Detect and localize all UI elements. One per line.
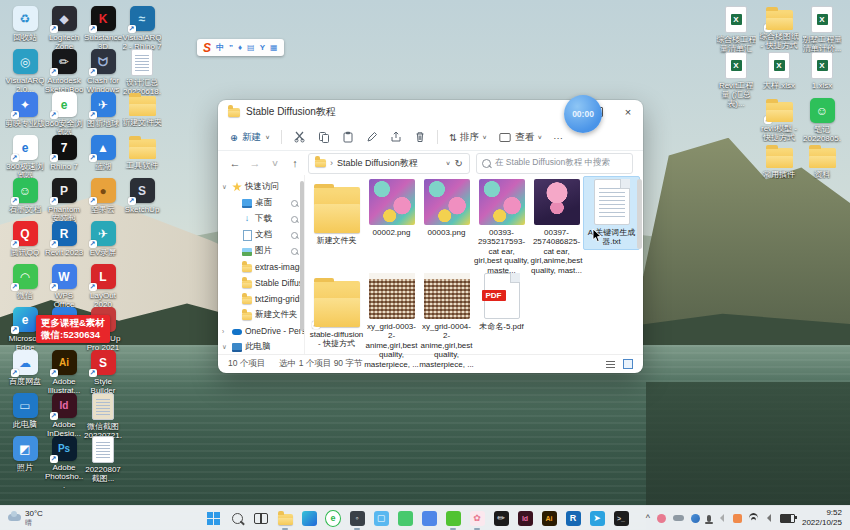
new-button[interactable]: ⊕ 新建 ∨ — [230, 131, 270, 144]
wifi-icon[interactable] — [749, 513, 758, 524]
filelist-scrollbar[interactable] — [637, 179, 642, 249]
file-item[interactable]: 新建文件夹 — [309, 179, 364, 245]
sidebar-item[interactable]: ∨快速访问 — [218, 179, 304, 195]
desktop-icon[interactable]: ☁↗百度网盘 — [5, 350, 45, 386]
volume-icon[interactable] — [763, 514, 771, 522]
desktop-icon[interactable]: ◎VisualARQ 2.0... — [5, 49, 45, 94]
view-button[interactable]: 查看 ∨ — [498, 131, 542, 144]
desktop-icon[interactable]: P↗Phantom 安装包 — [44, 178, 84, 223]
taskbar-icon-ev-capture[interactable]: ◦ — [349, 510, 365, 526]
file-item[interactable]: ↗stable-diffusion - 快捷方式 — [309, 273, 364, 349]
toolbox-icon[interactable]: Y — [260, 43, 265, 52]
desktop-icon[interactable]: ✈↗图新地球 — [83, 92, 123, 128]
punctuation-icon[interactable]: ” — [229, 43, 233, 52]
taskbar-icon-edge[interactable] — [301, 510, 317, 526]
taskbar-icon-sketchbook[interactable]: ✏ — [493, 510, 509, 526]
back-button[interactable]: ← — [228, 157, 242, 169]
recording-timer-ball[interactable]: 00:00 — [564, 95, 602, 133]
copy-icon[interactable] — [317, 131, 330, 144]
expander-icon[interactable]: ∨ — [222, 183, 229, 191]
file-item[interactable]: 00003.png — [419, 179, 474, 237]
breadcrumb-path[interactable]: Stable Diffusion教程 — [337, 157, 418, 170]
desktop-icon[interactable]: ✦↗剪映专业版 — [5, 92, 45, 128]
taskbar-icon-app-molecule[interactable]: ✿ — [469, 510, 485, 526]
file-item[interactable]: 00397-2574086825-cat ear, girl,anime,bes… — [529, 179, 584, 275]
clock[interactable]: 9:52 2022/10/25 — [802, 508, 842, 528]
taskbar-icon-store[interactable]: ▢ — [373, 510, 389, 526]
address-dropdown-icon[interactable]: ∨ — [445, 160, 450, 166]
desktop-icon[interactable]: Id↗Adobe InDesig... — [44, 393, 84, 438]
close-button[interactable]: × — [613, 100, 643, 124]
sidebar-item[interactable]: extras-images — [218, 259, 304, 275]
desktop-icon[interactable]: ≈↗VisualARQ 2 - Rhino 7 — [122, 6, 162, 51]
cut-icon[interactable] — [293, 131, 306, 144]
desktop-icon[interactable]: e↗360极速浏览器 — [5, 135, 45, 180]
sogou-input-toolbar[interactable]: S 中 ” ♦ ▤ Y ▦ — [197, 39, 284, 56]
paste-icon[interactable] — [341, 131, 354, 144]
sidebar-item[interactable]: 图片 — [218, 243, 304, 259]
sort-button[interactable]: ⇅ 排序 ∨ — [449, 131, 487, 144]
breadcrumb[interactable]: › Stable Diffusion教程 ∨ ↻ — [308, 153, 470, 174]
desktop-icon[interactable]: ᗢ↗Clash for Windows — [83, 49, 123, 94]
desktop-icon[interactable]: ◩照片 — [5, 436, 45, 472]
taskbar-icon-app-blue[interactable] — [421, 510, 437, 526]
desktop-icon[interactable]: R↗Revit 2023 — [44, 221, 84, 257]
file-item[interactable]: PDF未命名-5.pdf — [474, 273, 529, 331]
search-input[interactable]: 在 Stable Diffusion教程 中搜索 — [476, 153, 633, 174]
taskbar-icon-telegram[interactable]: ➤ — [589, 510, 605, 526]
desktop-icon[interactable]: XRevit工程量 (汇总表)... — [716, 52, 756, 109]
desktop-icon[interactable]: e↗360安全浏览器 — [44, 92, 84, 137]
desktop-icon[interactable]: 新建文件夹 — [122, 92, 162, 127]
forward-button[interactable]: → — [248, 157, 262, 169]
sidebar-item[interactable]: ›OneDrive - Pers — [218, 323, 304, 339]
battery-icon[interactable] — [780, 514, 795, 523]
file-item[interactable]: xy_grid-0003-2-anime,girl,best quality, … — [364, 273, 419, 369]
desktop-icon[interactable]: ◠↗微信 — [5, 264, 45, 300]
tray-app-orange-icon[interactable] — [733, 514, 742, 523]
tray-onedrive-icon[interactable] — [673, 515, 684, 521]
desktop-icon[interactable]: ◆↗Logitech Zone — [44, 6, 84, 51]
widgets-weather-button[interactable]: 30°C 晴 — [0, 510, 51, 526]
file-item[interactable]: xy_grid-0004-2-anime,girl,best quality, … — [419, 273, 474, 369]
sidebar-item[interactable]: 文档 — [218, 227, 304, 243]
taskbar-icon-indesign[interactable]: Id — [517, 510, 533, 526]
keyboard-icon[interactable]: ▤ — [247, 43, 255, 52]
sidebar-item[interactable]: txt2img-grids — [218, 291, 304, 307]
up-button[interactable]: ↑ — [288, 157, 302, 169]
desktop-icon[interactable]: 工具软件 — [122, 135, 162, 170]
file-item[interactable]: 00393-2935217593-cat ear, girl,best qual… — [474, 179, 529, 275]
desktop-icon[interactable]: 资料 — [802, 144, 842, 179]
sogou-logo-icon[interactable]: S — [203, 41, 211, 55]
file-item[interactable]: 00002.png — [364, 179, 419, 237]
desktop-icon[interactable]: S↗SketchUp — [122, 178, 162, 214]
sidebar-item[interactable]: ↓下载 — [218, 211, 304, 227]
recent-locations-button[interactable]: ∨ — [268, 158, 282, 168]
more-button[interactable]: ··· — [553, 132, 563, 143]
rename-icon[interactable] — [365, 131, 378, 144]
delete-icon[interactable] — [413, 131, 426, 144]
details-view-toggle[interactable] — [605, 359, 616, 370]
sidebar-item[interactable]: 新建文件夹 — [218, 307, 304, 323]
taskbar-icon-terminal[interactable]: >_ — [613, 510, 629, 526]
desktop-icon[interactable]: 7↗Rhino 7 — [44, 135, 84, 171]
desktop-icon[interactable]: 常用插件 — [759, 144, 799, 179]
desktop-icon[interactable]: ↗revit模型 - 快捷方式 — [759, 98, 799, 142]
desktop-icon[interactable]: ▭此电脑 — [5, 393, 45, 429]
desktop-icon[interactable]: Q↗腾讯QQ — [5, 221, 45, 257]
taskbar-icon-browser-360[interactable]: e — [325, 510, 341, 526]
taskbar-icon-search[interactable] — [229, 510, 245, 526]
desktop-icon[interactable]: 20220807截图... — [83, 436, 123, 483]
grid-icon[interactable]: ▦ — [270, 43, 278, 52]
desktop-icon[interactable]: Ps↗Adobe Photosho... — [44, 436, 84, 491]
desktop-icon[interactable]: L↗LayOut 2020 — [83, 264, 123, 309]
desktop-icon[interactable]: ▲↗蓝湖 — [83, 135, 123, 171]
taskbar-icon-illustrator[interactable]: Ai — [541, 510, 557, 526]
mic-icon[interactable]: ♦ — [238, 43, 242, 52]
chinese-mode-icon[interactable]: 中 — [216, 42, 224, 53]
desktop-icon[interactable]: X大样.xlsx — [759, 52, 799, 90]
desktop-icon[interactable]: X1.xlsx — [802, 52, 842, 90]
sidebar-scrollbar[interactable] — [300, 181, 304, 331]
desktop-icon[interactable]: ☺↗石墨文档 — [5, 178, 45, 214]
desktop-icon[interactable]: ↗综合楼图纸 - 快捷方式 — [759, 6, 799, 50]
share-icon[interactable] — [389, 131, 402, 144]
